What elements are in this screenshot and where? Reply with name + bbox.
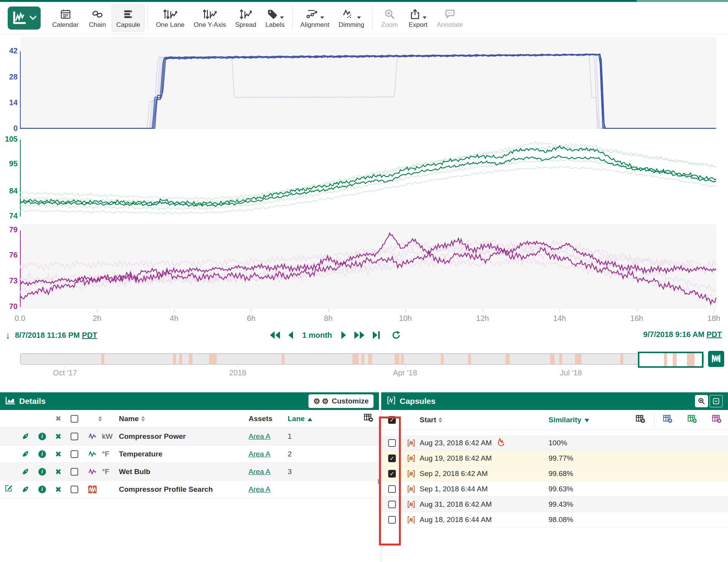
trend-view-dropdown-button[interactable]: [8, 7, 41, 30]
sort-name-control[interactable]: [141, 416, 145, 422]
pin-rocket-icon[interactable]: [17, 468, 34, 476]
tool-one-lane[interactable]: One Lane: [151, 5, 189, 31]
asset-link[interactable]: Area A: [249, 432, 270, 440]
capsule-checkbox[interactable]: ✓: [388, 470, 396, 478]
range-end-timezone[interactable]: PDT: [707, 330, 722, 339]
column-header-assets[interactable]: Assets: [249, 415, 272, 423]
similarity-sort-desc-icon[interactable]: [585, 419, 589, 422]
add-column-icon[interactable]: [364, 413, 374, 424]
capsule-checkbox[interactable]: [388, 516, 396, 524]
step-to-end-button[interactable]: [371, 330, 381, 341]
sort-type-control[interactable]: [98, 416, 102, 422]
tool-one-lane-label: One Lane: [156, 21, 184, 29]
asset-link[interactable]: Area A: [249, 450, 270, 458]
column-header-lane[interactable]: Lane: [288, 415, 305, 423]
details-row-temperature[interactable]: i ✖ °F Temperature Area A 2: [0, 445, 379, 463]
lane-compressor-power[interactable]: 0142842: [0, 37, 728, 129]
step-back-button[interactable]: [287, 330, 295, 341]
details-row-wet-bulb[interactable]: i ✖ °F Wet Bulb Area A 3: [0, 463, 379, 481]
column-header-name[interactable]: Name: [119, 415, 139, 423]
tool-dimming[interactable]: Dimming: [334, 5, 369, 31]
condition-name[interactable]: Compressor Profile Search: [119, 485, 249, 494]
capsules-select-all-checkbox[interactable]: ✓: [388, 416, 396, 424]
details-row-compressor-profile-search[interactable]: i ✖ Compressor Profile Search Area A: [0, 481, 379, 498]
capsule-checkbox[interactable]: [388, 485, 396, 493]
info-icon[interactable]: i: [38, 433, 46, 440]
tool-capsule[interactable]: Capsule: [112, 5, 145, 31]
details-row-checkbox[interactable]: [71, 486, 78, 493]
brush-right-handle[interactable]: [699, 355, 700, 365]
capsule-row-4[interactable]: Aug 31, 2018 6:42 AM 99.43%: [381, 497, 728, 512]
capsule-checkbox[interactable]: [388, 439, 396, 447]
pin-rocket-icon[interactable]: [17, 486, 34, 493]
timeline-bar[interactable]: [20, 353, 704, 365]
details-row-checkbox[interactable]: [71, 468, 78, 476]
tool-spread[interactable]: Spread: [231, 5, 261, 31]
remove-icon[interactable]: ✖: [55, 485, 62, 494]
info-icon[interactable]: i: [38, 486, 46, 493]
tool-calendar-label: Calendar: [52, 21, 79, 29]
tool-labels[interactable]: Labels: [261, 5, 289, 31]
range-start-timezone[interactable]: PDT: [82, 331, 97, 339]
signal-name[interactable]: Temperature: [119, 450, 249, 458]
info-icon[interactable]: i: [38, 468, 46, 476]
brush-left-handle[interactable]: [641, 355, 642, 365]
panel-resize-handle[interactable]: ‖: [377, 478, 380, 486]
lane-temperature[interactable]: 748495105: [0, 131, 728, 224]
add-stats-wet-bulb-icon[interactable]: [712, 414, 722, 425]
add-column-icon[interactable]: [636, 414, 646, 425]
remove-all-icon[interactable]: ✖: [55, 414, 61, 423]
tool-calendar[interactable]: Calendar: [48, 5, 83, 31]
signal-name[interactable]: Wet Bulb: [119, 468, 249, 476]
customize-button[interactable]: ⚙ ⚙︎ Customize: [308, 394, 374, 408]
range-end-datetime[interactable]: 9/7/2018 9:16 AM PDT: [643, 330, 722, 339]
tool-zoom[interactable]: Zoom: [376, 5, 404, 31]
lane-wet-bulb[interactable]: 70737679: [0, 224, 728, 309]
add-stats-compressor-power-icon[interactable]: [663, 414, 673, 425]
details-row-compressor-power[interactable]: i ✖ kW Compressor Power Area A 1: [0, 428, 379, 445]
remove-icon[interactable]: ✖: [55, 450, 62, 459]
capsule-row-5[interactable]: Aug 18, 2018 6:44 AM 98.08%: [381, 512, 728, 527]
column-header-similarity[interactable]: Similarity: [548, 416, 581, 424]
step-back-half-button[interactable]: [268, 330, 282, 341]
tool-chain[interactable]: Chain: [83, 5, 112, 31]
capsule-checkbox[interactable]: ✓: [388, 455, 396, 462]
column-header-start[interactable]: Start: [420, 416, 436, 424]
info-icon[interactable]: i: [38, 450, 46, 458]
details-select-all-checkbox[interactable]: [71, 415, 78, 423]
capsules-zoom-button[interactable]: [695, 395, 708, 407]
asset-link[interactable]: Area A: [249, 485, 270, 493]
step-forward-button[interactable]: [340, 330, 348, 341]
timeline-selection-brush[interactable]: [638, 352, 704, 368]
signal-name[interactable]: Compressor Power: [119, 432, 249, 441]
investigate-down-arrow-icon[interactable]: ↓: [5, 330, 10, 340]
tool-annotate[interactable]: Annotate: [432, 5, 468, 31]
tool-alignment[interactable]: Alignment: [296, 5, 334, 31]
capsule-row-0[interactable]: Aug 23, 2018 6:42 AM 100%: [381, 435, 728, 451]
lane-sort-asc-icon[interactable]: [308, 418, 312, 421]
range-start-datetime[interactable]: 8/7/2018 11:16 PM PDT: [15, 331, 97, 340]
refresh-button[interactable]: [390, 329, 402, 341]
capsule-similarity: 99.63%: [548, 485, 728, 493]
y-axis-tick-label: 105: [0, 135, 18, 144]
details-row-checkbox[interactable]: [71, 433, 78, 440]
capsule-row-2[interactable]: ✓ Sep 2, 2018 6:42 AM 99.68%: [381, 466, 728, 481]
pin-rocket-icon[interactable]: [17, 450, 34, 458]
capsule-row-1[interactable]: ✓ Aug 19, 2018 6:42 AM 99.77%: [381, 451, 728, 466]
remove-icon[interactable]: ✖: [55, 467, 62, 476]
tool-one-y-axis[interactable]: One Y-Axis: [189, 5, 231, 31]
range-duration-label[interactable]: 1 month: [302, 331, 332, 340]
sort-start-control[interactable]: [438, 417, 442, 423]
step-forward-half-button[interactable]: [353, 330, 366, 341]
capsule-row-3[interactable]: Sep 1, 2018 6:44 AM 99.63%: [381, 481, 728, 497]
details-row-checkbox[interactable]: [71, 450, 78, 458]
timeline-capsule-view-button[interactable]: [708, 351, 724, 367]
capsules-collapse-button[interactable]: [710, 395, 723, 407]
pin-rocket-icon[interactable]: [17, 433, 34, 440]
tool-export[interactable]: Export: [404, 5, 432, 31]
add-stats-temperature-icon[interactable]: [687, 414, 697, 425]
asset-link[interactable]: Area A: [249, 468, 270, 476]
capsule-checkbox[interactable]: [388, 501, 396, 508]
edit-pencil-icon[interactable]: [4, 484, 13, 494]
remove-icon[interactable]: ✖: [55, 432, 62, 441]
